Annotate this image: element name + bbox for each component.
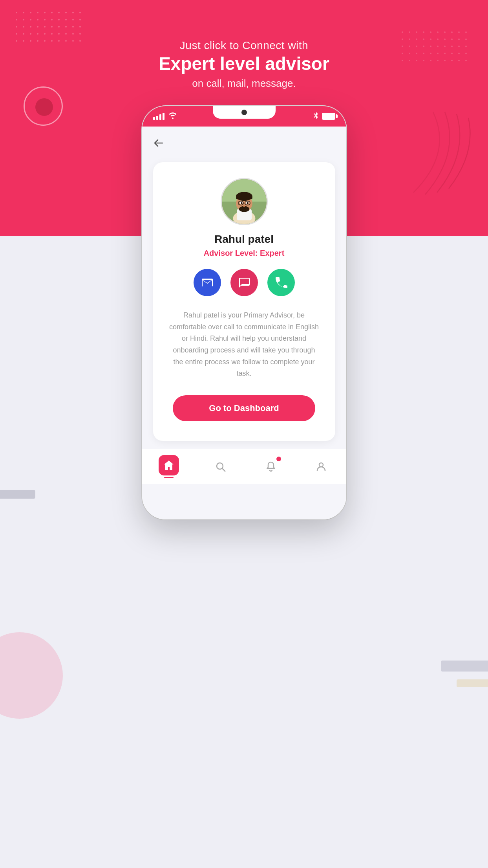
status-bar-right (313, 112, 335, 121)
advisor-level-label: Advisor Level: (204, 249, 258, 257)
back-button[interactable] (142, 134, 346, 154)
svg-rect-6 (236, 196, 252, 200)
svg-point-18 (319, 463, 323, 467)
right-bar-decoration-1 (441, 661, 488, 672)
svg-point-7 (239, 206, 249, 212)
signal-bar-4 (163, 113, 164, 120)
bottom-navigation (142, 449, 346, 484)
advisor-name: Rahul patel (165, 233, 324, 246)
status-bar (142, 106, 346, 127)
advisor-level-value: Expert (260, 249, 284, 257)
signal-bar-3 (159, 114, 161, 120)
svg-line-17 (222, 468, 225, 472)
advisor-description: Rahul patel is your Primary Advisor, be … (165, 310, 324, 380)
nav-search-icon (212, 458, 229, 475)
header-sub-text: Just click to Connect with (0, 39, 488, 52)
nav-notifications-icon (262, 458, 280, 475)
dashboard-button[interactable]: Go to Dashboard (173, 395, 316, 421)
svg-point-15 (243, 206, 245, 207)
message-button[interactable] (230, 269, 258, 296)
phone-body: Rahul patel Advisor Level: Expert (142, 106, 346, 519)
phone-mockup: Rahul patel Advisor Level: Expert (142, 106, 346, 519)
bottom-left-bar-decoration (0, 490, 35, 499)
nav-item-notifications[interactable] (262, 458, 280, 475)
action-buttons (165, 269, 324, 296)
battery-icon (322, 113, 335, 120)
nav-item-profile[interactable] (313, 458, 330, 475)
notification-badge (276, 457, 281, 461)
call-button[interactable] (267, 269, 295, 296)
header-desc-text: on call, mail, message. (0, 77, 488, 90)
avatar (221, 178, 268, 225)
header-main-text: Expert level advisor (0, 53, 488, 74)
bluetooth-icon (313, 112, 319, 121)
signal-bar-1 (153, 117, 155, 120)
arcs-decoration-right (406, 110, 476, 196)
signal-bar-2 (156, 116, 158, 120)
nav-home-background (159, 455, 179, 475)
signal-bars (153, 113, 164, 120)
right-bar-decoration-2 (457, 679, 488, 687)
nav-profile-icon (313, 458, 330, 475)
svg-point-11 (247, 202, 249, 204)
nav-item-search[interactable] (212, 458, 229, 475)
circle-inner-decoration (35, 98, 53, 116)
nav-home-underline (164, 477, 174, 478)
wifi-icon (168, 112, 177, 121)
status-bar-left (153, 112, 177, 121)
phone-content: Rahul patel Advisor Level: Expert (142, 127, 346, 519)
svg-point-10 (240, 202, 242, 204)
phone-notch (213, 106, 276, 119)
nav-item-home[interactable] (159, 455, 179, 478)
front-camera (241, 110, 247, 115)
svg-point-16 (217, 463, 223, 469)
advisor-level: Advisor Level: Expert (165, 249, 324, 258)
advisor-card: Rahul patel Advisor Level: Expert (153, 162, 335, 441)
email-button[interactable] (194, 269, 221, 296)
header-section: Just click to Connect with Expert level … (0, 39, 488, 90)
